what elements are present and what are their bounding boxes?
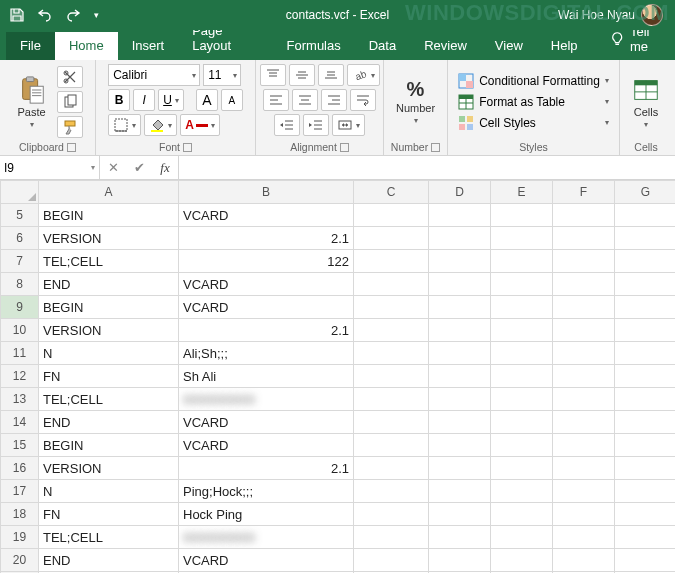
user-area[interactable]: Wai Hoe Nyau [558,4,671,26]
cell[interactable] [553,480,615,503]
cell[interactable] [491,227,553,250]
cell[interactable]: VERSION [39,457,179,480]
enter-formula-button[interactable]: ✔ [126,160,152,175]
align-right-button[interactable] [321,89,347,111]
cell[interactable] [615,273,676,296]
merge-center-button[interactable] [332,114,365,136]
cell[interactable] [491,250,553,273]
tab-home[interactable]: Home [55,32,118,60]
cell[interactable] [429,434,491,457]
row-header[interactable]: 15 [1,434,39,457]
format-as-table-button[interactable]: Format as Table▾ [456,93,611,111]
cell[interactable] [354,480,429,503]
cell[interactable] [491,388,553,411]
cell[interactable] [553,526,615,549]
cell[interactable] [354,526,429,549]
row-header[interactable]: 9 [1,296,39,319]
cell[interactable] [615,388,676,411]
font-dialog-launcher[interactable] [183,143,192,152]
align-middle-button[interactable] [289,64,315,86]
cell[interactable] [429,227,491,250]
cell[interactable] [354,411,429,434]
underline-button[interactable]: U [158,89,184,111]
align-left-button[interactable] [263,89,289,111]
cell[interactable]: TEL;CELL [39,526,179,549]
cell[interactable] [615,250,676,273]
font-name-select[interactable]: Calibri [108,64,200,86]
italic-button[interactable]: I [133,89,155,111]
row-header[interactable]: 10 [1,319,39,342]
cell[interactable] [429,480,491,503]
cell[interactable] [491,457,553,480]
cell[interactable] [354,457,429,480]
font-color-button[interactable]: A [180,114,220,136]
cell[interactable] [553,273,615,296]
cell[interactable] [491,273,553,296]
cell[interactable] [615,549,676,572]
number-format-button[interactable]: % Number ▾ [392,76,439,127]
row-header[interactable]: 11 [1,342,39,365]
cell[interactable] [354,365,429,388]
cell[interactable]: VCARD [179,411,354,434]
worksheet-grid[interactable]: ABCDEFG 5BEGINVCARD6VERSION2.17TEL;CELL1… [0,180,675,573]
copy-button[interactable] [57,91,83,113]
cell[interactable] [615,319,676,342]
cell[interactable] [491,365,553,388]
cell[interactable] [553,388,615,411]
cell[interactable]: Ali;Sh;;; [179,342,354,365]
conditional-formatting-button[interactable]: Conditional Formatting▾ [456,72,611,90]
cell[interactable]: VCARD [179,434,354,457]
align-top-button[interactable] [260,64,286,86]
row-header[interactable]: 19 [1,526,39,549]
cell[interactable]: VCARD [179,273,354,296]
tab-review[interactable]: Review [410,32,481,60]
column-header-F[interactable]: F [553,181,615,204]
save-button[interactable] [4,2,30,28]
row-header[interactable]: 6 [1,227,39,250]
row-header[interactable]: 5 [1,204,39,227]
column-header-A[interactable]: A [39,181,179,204]
cell[interactable] [615,296,676,319]
row-header[interactable]: 8 [1,273,39,296]
cell[interactable] [354,273,429,296]
cell[interactable] [615,227,676,250]
cell[interactable]: VERSION [39,319,179,342]
bold-button[interactable]: B [108,89,130,111]
cell[interactable]: 0000000000 [179,526,354,549]
cell[interactable]: Hock Ping [179,503,354,526]
cell[interactable] [553,503,615,526]
cell[interactable] [491,503,553,526]
grow-font-button[interactable]: A [196,89,218,111]
cell[interactable]: Sh Ali [179,365,354,388]
cell[interactable] [615,526,676,549]
cell[interactable]: 2.1 [179,457,354,480]
cell[interactable] [429,250,491,273]
cell[interactable] [615,204,676,227]
format-painter-button[interactable] [57,116,83,138]
cell[interactable]: FN [39,503,179,526]
cell[interactable] [491,411,553,434]
cell[interactable]: N [39,342,179,365]
align-bottom-button[interactable] [318,64,344,86]
cell[interactable] [354,388,429,411]
cell[interactable]: BEGIN [39,434,179,457]
cell[interactable] [491,296,553,319]
cells-button[interactable]: Cells ▾ [627,73,665,131]
cell[interactable] [553,296,615,319]
cell[interactable] [429,457,491,480]
cell[interactable] [553,434,615,457]
cell[interactable] [553,457,615,480]
cell[interactable] [615,411,676,434]
alignment-dialog-launcher[interactable] [340,143,349,152]
name-box[interactable]: I9 [0,156,100,179]
column-header-B[interactable]: B [179,181,354,204]
cell[interactable] [354,434,429,457]
tab-help[interactable]: Help [537,32,592,60]
cell[interactable] [429,273,491,296]
paste-button[interactable]: Paste ▾ [13,73,51,131]
cell[interactable] [553,204,615,227]
cell[interactable] [354,296,429,319]
borders-button[interactable] [108,114,141,136]
cell[interactable] [429,296,491,319]
cell[interactable] [553,411,615,434]
